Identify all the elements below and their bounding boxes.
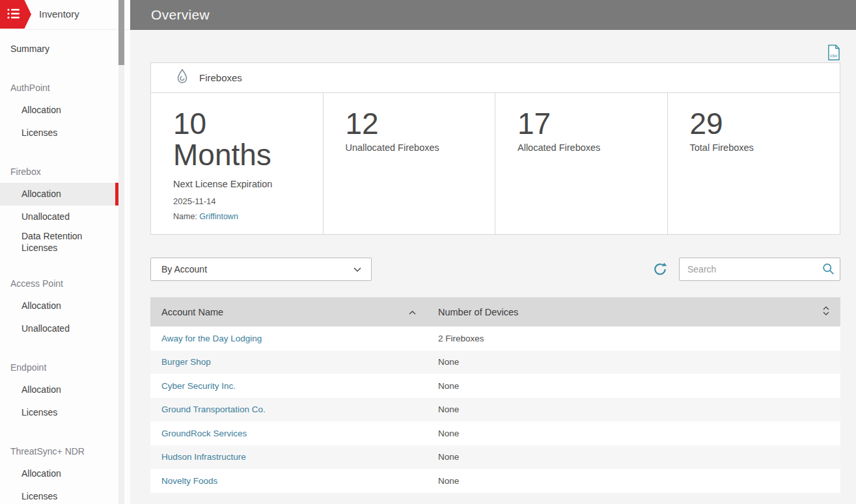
stat-label-total: Total Fireboxes	[690, 142, 829, 153]
sidebar-scrollbar-thumb[interactable]	[118, 0, 124, 65]
total-fireboxes-cell: 29 Total Fireboxes	[668, 93, 840, 234]
sidebar-item-endpoint-licenses[interactable]: Licenses	[0, 401, 118, 424]
expiration-value: 10	[173, 109, 311, 140]
sidebar-section-access-point: Access Point	[0, 272, 118, 295]
sidebar-item-firebox-unallocated[interactable]: Unallocated	[0, 206, 118, 228]
account-link[interactable]: Hudson Infrastructure	[161, 452, 246, 462]
stat-label-allocated: Allocated Fireboxes	[518, 142, 656, 153]
sidebar-header: Inventory	[0, 0, 130, 30]
stat-label-unallocated: Unallocated Fireboxes	[346, 142, 484, 153]
expiration-name-link[interactable]: Griffintown	[199, 212, 238, 221]
sidebar-item-threatsync-licenses[interactable]: Licenses	[0, 485, 118, 504]
table-row: Away for the Day Lodging 2 Fireboxes	[150, 326, 840, 351]
page-title: Overview	[151, 7, 210, 23]
sidebar-item-authpoint-allocation[interactable]: Allocation	[0, 99, 118, 122]
account-link[interactable]: GroundRock Services	[161, 429, 247, 438]
sidebar-item-firebox-allocation[interactable]: Allocation	[0, 183, 118, 206]
account-link[interactable]: Cyber Security Inc.	[161, 381, 236, 391]
accounts-table-body: Away for the Day Lodging 2 Fireboxes Bur…	[150, 326, 840, 493]
sidebar-item-endpoint-allocation[interactable]: Allocation	[0, 378, 118, 401]
unallocated-fireboxes-cell: 12 Unallocated Fireboxes	[324, 93, 496, 234]
table-controls: By Account	[150, 258, 840, 281]
main-area: Overview csv	[130, 0, 856, 504]
stat-value-total: 29	[690, 109, 829, 140]
sidebar-title: Inventory	[39, 8, 79, 20]
account-link[interactable]: Ground Transportation Co.	[161, 405, 266, 414]
inventory-menu-ribbon[interactable]	[0, 0, 31, 29]
sidebar-section-threatsync-ndr: ThreatSync+ NDR	[0, 440, 118, 462]
search-icon	[822, 263, 835, 278]
column-header-account-name[interactable]: Account Name	[150, 307, 427, 317]
device-count: None	[427, 381, 840, 391]
sidebar-item-access-point-allocation[interactable]: Allocation	[0, 295, 118, 317]
table-row: Novelty Foods None	[150, 469, 840, 493]
device-count: None	[427, 452, 840, 462]
sidebar-item-access-point-unallocated[interactable]: Unallocated	[0, 317, 118, 340]
content-area: csv Fireboxes 10 Months	[130, 30, 856, 504]
accounts-table-header: Account Name Number of Devices	[150, 297, 840, 326]
search-input[interactable]	[679, 258, 840, 281]
group-by-select[interactable]: By Account	[150, 258, 372, 281]
svg-text:csv: csv	[830, 53, 838, 59]
sidebar-nav: Summary AuthPoint Allocation Licenses Fi…	[0, 30, 118, 504]
device-count: None	[427, 429, 840, 438]
fireboxes-card: Fireboxes 10 Months Next License Expirat…	[150, 62, 840, 235]
device-count: 2 Fireboxes	[427, 334, 840, 343]
table-row: Ground Transportation Co. None	[150, 398, 840, 422]
column-header-number-of-devices[interactable]: Number of Devices	[427, 306, 840, 318]
stat-value-unallocated: 12	[346, 109, 484, 140]
accounts-table: Account Name Number of Devices	[150, 297, 840, 493]
csv-export-icon: csv	[827, 53, 840, 63]
page-header: Overview	[130, 0, 856, 30]
account-link[interactable]: Away for the Day Lodging	[161, 334, 262, 343]
account-link[interactable]: Burger Shop	[161, 357, 211, 367]
expiration-date: 2025-11-14	[173, 196, 311, 206]
device-count: None	[427, 405, 840, 414]
expiration-unit: Months	[173, 140, 311, 171]
table-row: Hudson Infrastructure None	[150, 445, 840, 470]
group-by-select-value: By Account	[161, 264, 207, 274]
sort-ascending-icon	[408, 307, 417, 317]
sidebar-section-endpoint: Endpoint	[0, 356, 118, 378]
refresh-button[interactable]	[653, 262, 667, 276]
expiration-name: Name: Griffintown	[173, 212, 311, 221]
fireboxes-card-header: Fireboxes	[151, 63, 840, 93]
device-count: None	[427, 357, 840, 367]
device-count: None	[427, 476, 840, 486]
sidebar-scrollbar[interactable]	[118, 0, 124, 504]
sidebar-section-firebox: Firebox	[0, 160, 118, 183]
list-icon	[7, 8, 20, 21]
sidebar-item-summary[interactable]: Summary	[0, 38, 118, 60]
firebox-droplet-icon	[175, 68, 189, 87]
refresh-icon	[653, 269, 667, 278]
export-csv-button[interactable]: csv	[827, 44, 840, 61]
sort-both-icon	[822, 306, 830, 318]
expiration-name-label: Name:	[173, 212, 197, 221]
sidebar-item-authpoint-licenses[interactable]: Licenses	[0, 122, 118, 144]
stat-value-allocated: 17	[518, 109, 656, 140]
next-license-expiration-cell: 10 Months Next License Expiration 2025-1…	[151, 93, 324, 234]
search-box	[679, 258, 840, 281]
chevron-down-icon	[353, 264, 362, 274]
account-link[interactable]: Novelty Foods	[161, 476, 217, 486]
fireboxes-card-title: Fireboxes	[199, 72, 242, 83]
fireboxes-card-body: 10 Months Next License Expiration 2025-1…	[151, 93, 840, 234]
sidebar-item-data-retention-licenses[interactable]: Data Retention Licenses	[0, 228, 118, 256]
sidebar-item-threatsync-allocation[interactable]: Allocation	[0, 462, 118, 485]
expiration-label: Next License Expiration	[173, 179, 311, 189]
table-row: Cyber Security Inc. None	[150, 374, 840, 398]
sidebar: Inventory Summary AuthPoint Allocation L…	[0, 0, 130, 504]
sidebar-section-authpoint: AuthPoint	[0, 76, 118, 99]
table-row: GroundRock Services None	[150, 421, 840, 445]
allocated-fireboxes-cell: 17 Allocated Fireboxes	[495, 93, 668, 234]
table-row: Burger Shop None	[150, 351, 840, 375]
